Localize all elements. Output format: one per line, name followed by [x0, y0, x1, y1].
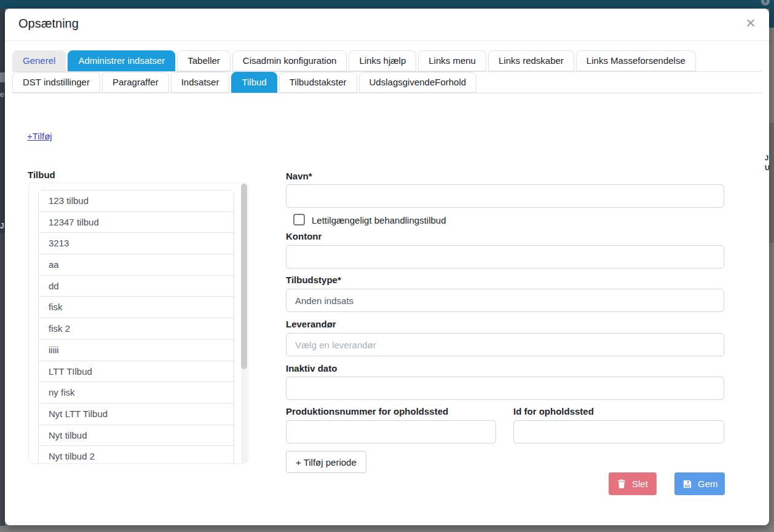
list-item[interactable]: aa [39, 254, 234, 276]
tab[interactable]: Administrer indsatser [68, 50, 175, 71]
close-icon[interactable]: ✕ [742, 15, 759, 32]
delete-button[interactable]: Slet [609, 472, 657, 495]
tab[interactable]: Paragraffer [102, 72, 169, 93]
list-scrollbar-thumb[interactable] [241, 184, 247, 369]
tab[interactable]: Generel [12, 50, 66, 71]
page-title: Opsætning [18, 17, 79, 31]
tab[interactable]: Indsatser [171, 72, 230, 93]
tilbud-list: 123 tilbud12347 tilbud3213aaddfiskfisk 2… [28, 182, 248, 464]
background-text-fragment: U [765, 165, 770, 171]
list-item[interactable]: ny fisk [39, 382, 234, 404]
navn-label: Navn* [286, 171, 312, 181]
tilbud-list-label: Tilbud [28, 170, 55, 180]
trash-icon [617, 479, 626, 488]
app-header-bar [0, 0, 774, 9]
tab[interactable]: Tilbud [231, 72, 277, 93]
background-text-fragment: J [0, 222, 4, 230]
navn-input[interactable] [286, 184, 724, 208]
tab[interactable]: Tilbudstakster [279, 72, 357, 93]
background-text-fragment: J [765, 155, 768, 162]
background-text-fragment: e [0, 91, 4, 98]
lettilgaengeligt-checkbox[interactable] [293, 214, 305, 225]
add-tilbud-link[interactable]: +Tilføj [27, 131, 52, 141]
leverandor-input[interactable] [286, 333, 724, 356]
save-button[interactable]: Gem [674, 472, 725, 495]
kontonr-input[interactable] [286, 245, 724, 268]
leverandor-label: Leverandør [286, 319, 336, 329]
tilbudstype-input[interactable] [286, 289, 724, 312]
inaktiv-dato-label: Inaktiv dato [286, 363, 337, 374]
list-item[interactable]: dd [39, 276, 234, 297]
background-fragment [0, 72, 5, 82]
tab-row-primary: GenerelAdministrer indsatserTabellerCisa… [12, 50, 762, 72]
add-period-button[interactable]: + Tilføj periode [286, 451, 366, 473]
tab[interactable]: Links Masseforsendelse [576, 50, 696, 71]
list-scrollbar[interactable] [241, 184, 247, 463]
tilbudstype-label: Tilbudstype* [286, 275, 341, 285]
list-item[interactable]: fisk 2 [39, 318, 234, 340]
list-item[interactable]: Nyt LTT Tilbud [39, 404, 234, 425]
background-header-fragment [769, 9, 774, 28]
list-item[interactable]: Nyt tilbud [39, 425, 234, 447]
tab[interactable]: Cisadmin konfiguration [232, 50, 347, 71]
inaktiv-dato-input[interactable] [286, 377, 724, 400]
produktionsnummer-label: Produktionsnummer for opholdssted [286, 406, 448, 417]
lettilgaengeligt-label: Lettilgængeligt behandlingstilbud [312, 215, 446, 225]
tilbud-list-group: 123 tilbud12347 tilbud3213aaddfiskfisk 2… [38, 190, 234, 464]
background-scrollbar-thumb[interactable] [769, 123, 774, 243]
save-icon [683, 480, 692, 488]
tab[interactable]: Links hjælp [349, 50, 416, 71]
list-item[interactable]: Nyt tilbud 2 [39, 446, 234, 464]
list-item[interactable]: fisk [39, 297, 234, 318]
background-page-scrollbar[interactable] [769, 9, 774, 532]
produktionsnummer-input[interactable] [286, 420, 496, 444]
tab[interactable]: Links menu [418, 50, 486, 71]
save-button-label: Gem [698, 479, 718, 489]
settings-modal: Opsætning ✕ GenerelAdministrer indsatser… [5, 9, 769, 525]
background-fragment [0, 233, 5, 526]
id-opholdssted-input[interactable] [513, 420, 724, 444]
tab[interactable]: Tabeller [177, 50, 231, 71]
kontonr-label: Kontonr [286, 231, 322, 241]
tab[interactable]: UdslagsgivendeForhold [359, 72, 477, 93]
background-left-edge: e J [0, 9, 5, 526]
header-divider [5, 41, 769, 41]
list-item[interactable]: 123 tilbud [39, 190, 234, 212]
id-opholdssted-label: Id for opholdssted [513, 406, 594, 417]
list-item[interactable]: iiiii [39, 340, 234, 361]
tab-row-secondary: DST indstillingerParagrafferIndsatserTil… [12, 72, 762, 93]
list-item[interactable]: 3213 [39, 233, 234, 254]
screen: e J J U Opsætning ✕ GenerelAdministrer i… [0, 0, 774, 532]
list-item[interactable]: 12347 tilbud [39, 212, 234, 233]
delete-button-label: Slet [632, 479, 648, 489]
list-item[interactable]: LTT TIlbud [39, 361, 234, 383]
tab[interactable]: DST indstillinger [12, 72, 100, 93]
tab[interactable]: Links redskaber [488, 50, 574, 71]
